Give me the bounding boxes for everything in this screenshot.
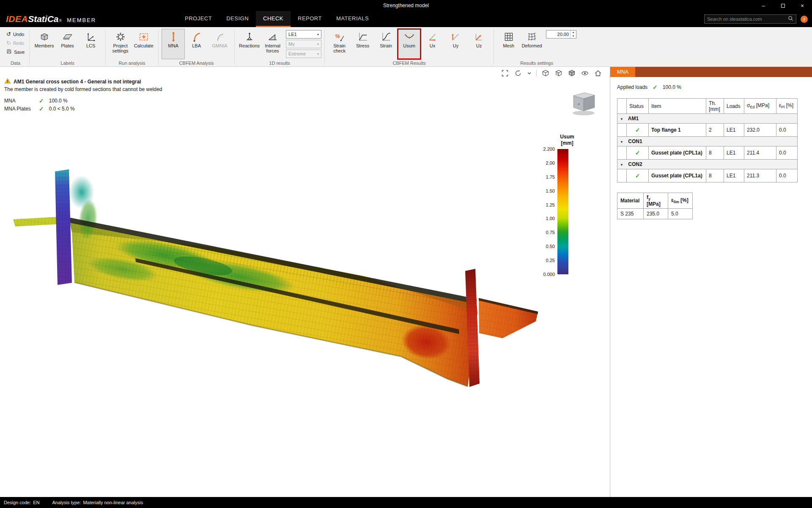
home-view-icon[interactable] [594,69,602,77]
maximize-icon [781,4,785,8]
calculate-button[interactable]: Calculate [132,29,155,59]
spin-down-button[interactable]: ▼ [571,34,576,38]
table-header-row: Status Item Th. [mm] Loads σEd [MPa] εPl [617,99,798,114]
collapse-icon[interactable]: ▼ [620,117,623,121]
logo-idea: IDEA [6,14,28,24]
extreme-combo[interactable]: Extreme ▾ [286,50,321,58]
gear-icon [115,30,126,43]
component-combo[interactable]: My ▾ [286,40,321,48]
deformation-scale-spinner[interactable]: 20.00 ▲ ▼ [546,30,576,39]
group-label-results-settings: Results settings [494,61,579,66]
group-row-con2[interactable]: ▼ CON2 [617,160,798,169]
undo-icon: ↺ [6,31,11,37]
search-icon[interactable] [788,15,793,23]
summary-row-mna-plates: MNA Plates ✓ 0.0 < 5.0 % [4,105,162,113]
deformed-model-render[interactable] [0,67,610,497]
viewport-3d[interactable]: -x AM1 General cross section 4 - General… [0,67,610,497]
uy-icon [450,30,461,43]
collapse-icon[interactable]: ▼ [620,163,623,167]
save-button[interactable]: Save [5,48,26,56]
strain-check-icon: % [334,30,345,43]
minimize-button[interactable]: – [754,0,773,11]
strain-icon [381,30,392,43]
deformed-button[interactable]: Deformed [520,29,543,59]
load-case-combo[interactable]: LE1 ▾ [286,30,321,39]
navigation-cube[interactable]: -x [568,89,600,117]
ribbon-group-results-settings: Mesh Deformed 20.00 ▲ ▼ Results settings [494,28,579,66]
perspective-view-icon[interactable] [541,69,550,77]
members-icon [39,30,50,43]
tab-project[interactable]: PROJECT [178,11,219,27]
project-settings-button[interactable]: Project settings [109,29,132,59]
deformed-icon [527,30,538,43]
collapse-icon[interactable]: ▼ [620,140,623,144]
mna-button[interactable]: MNA [162,29,185,59]
gmnia-icon [214,30,225,43]
window-title: Strengthened model [0,3,812,8]
lcs-button[interactable]: LCS [79,29,102,59]
material-row[interactable]: S 235 235.0 5.0 [617,209,693,219]
rotate-view-icon[interactable] [514,69,522,77]
shaded-view-icon[interactable] [554,69,563,77]
applied-loads-label: Applied loads [617,84,647,90]
warning-text: The member is created by cold formed sec… [4,86,162,92]
stress-button[interactable]: Stress [351,29,374,59]
visibility-eye-icon[interactable] [581,69,589,77]
component-value: My [288,41,295,47]
close-button[interactable]: × [793,0,812,11]
menubar: IDEA StatiCa ® MEMBER PROJECT DESIGN CHE… [0,11,812,27]
internal-forces-button[interactable]: Internal forces [261,29,284,59]
ux-button[interactable]: Ux [421,29,444,59]
fit-view-icon[interactable] [501,69,509,77]
members-button[interactable]: Members [33,29,56,59]
usum-button[interactable]: Usum [398,29,421,59]
lba-button[interactable]: LBA [185,29,208,59]
strain-button[interactable]: Strain [374,29,398,59]
tab-report[interactable]: REPORT [291,11,329,27]
table-row[interactable]: ✓ Top flange 1 2 LE1 232.0 0.0 [617,124,798,137]
uy-button[interactable]: Uy [444,29,467,59]
undo-button[interactable]: ↺ Undo [5,30,26,38]
redo-label: Redo [13,41,24,46]
spin-up-button[interactable]: ▲ [571,30,576,34]
group-label-cbfem-results: CBFEM Results [325,61,494,66]
header-sigma: σEd [MPa] [744,99,776,114]
content: -x AM1 General cross section 4 - General… [0,67,812,497]
search-area: i [704,14,808,24]
ribbon-group-cbfem-analysis: MNA LBA GMNIA CBFEM Analysis [159,28,234,66]
group-row-con1[interactable]: ▼ CON1 [617,137,798,146]
panel-tab-mna[interactable]: MNA [610,67,635,77]
gmnia-button[interactable]: GMNIA [208,29,231,59]
table-row[interactable]: ✓ Gusset plate (CPL1a) 8 LE1 211.3 0.0 [617,169,798,182]
legend-title: Usum [557,134,577,140]
mna-icon [168,30,179,43]
check-icon: ✓ [653,84,658,91]
mesh-button[interactable]: Mesh [497,29,520,59]
search-input[interactable] [707,17,788,22]
legend-tick-labels: 2.200 2.00 1.75 1.50 1.25 1.00 0.75 0.50… [534,146,555,277]
help-icon[interactable]: i [801,16,808,23]
plates-button[interactable]: Plates [56,29,79,59]
group-label-run-analysis: Run analysis [106,61,158,66]
tab-design[interactable]: DESIGN [219,11,256,27]
ribbon: ↺ Undo ↻ Redo Save Data [0,27,812,67]
strain-check-button[interactable]: % Strain check [328,29,351,59]
group-label-cbfem-analysis: CBFEM Analysis [159,61,234,66]
redo-button[interactable]: ↻ Redo [5,39,26,47]
maximize-button[interactable] [773,0,793,11]
ribbon-group-cbfem-results: % Strain check Stress Strain [325,28,494,66]
table-row[interactable]: ✓ Gusset plate (CPL1a) 8 LE1 211.4 0.0 [617,146,798,160]
app-window: Strengthened model – × IDEA StatiCa ® ME… [0,0,812,508]
result-color-legend: Usum [mm] 2.200 2.00 1.75 1.50 1.25 1.00… [534,134,577,277]
save-icon [6,49,12,55]
solid-view-icon[interactable] [568,69,576,77]
check-results-table: Status Item Th. [mm] Loads σEd [MPa] εPl [617,98,798,182]
rotate-dropdown-chevron-icon[interactable] [527,69,532,77]
tab-check[interactable]: CHECK [256,11,291,27]
reactions-button[interactable]: Reactions [238,29,261,59]
uz-button[interactable]: Uz [467,29,491,59]
logo-registered-mark: ® [59,19,62,23]
internal-forces-icon [267,30,278,43]
tab-materials[interactable]: MATERIALS [329,11,376,27]
group-row-am1[interactable]: ▼ AM1 [617,114,798,124]
